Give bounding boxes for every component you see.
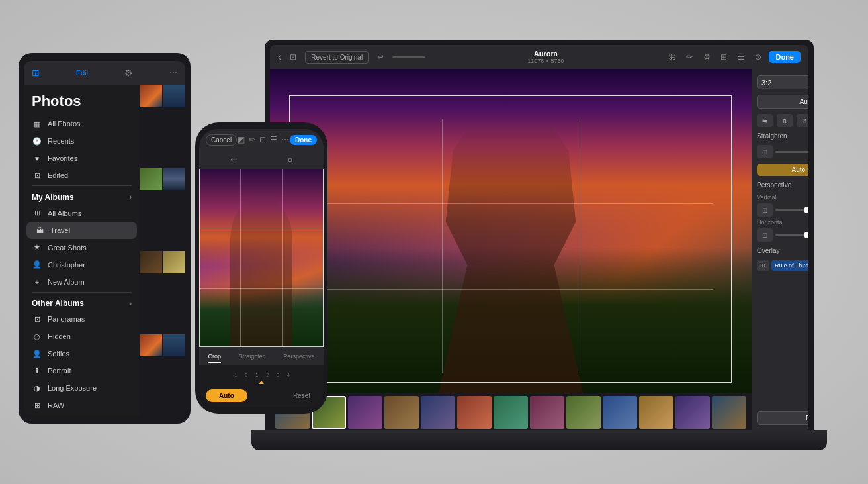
ipad-settings-icon[interactable]: ⚙ [124,68,133,78]
mac-done-button[interactable]: Done [769,51,801,63]
ipad-nav-travel[interactable]: 🏔 Travel [26,222,137,239]
ipad-nav-raw[interactable]: ⊞ RAW [24,397,140,414]
ipad-nav-recents[interactable]: 🕐 Recents [24,132,140,150]
mac-overlay-section: Overlay [757,247,808,254]
mac-markup-icon[interactable]: ✏ [683,50,696,64]
mac-grid-view-icon[interactable]: ⊞ [717,50,730,64]
filmstrip-item-13[interactable] [712,396,746,429]
mac-title-area: Aurora 11076 × 5760 [527,50,564,64]
iphone-auto-button[interactable]: Auto [206,389,247,402]
mac-flip-h-icon[interactable]: ⇆ [757,114,773,127]
ipad-nav-long-exposure[interactable]: ◑ Long Exposure [24,379,140,397]
iphone-toolbar: Cancel ◩ ✏ ⊡ ☰ ⋯ Done [199,129,324,150]
mac-reset-button[interactable]: Reset [757,411,808,425]
mac-horizontal-min-icon: ⊡ [757,228,773,242]
iphone-filter-icon[interactable]: ◩ [238,135,245,144]
filmstrip-item-6[interactable] [457,396,492,429]
iphone-tab-crop[interactable]: Crop [208,350,221,363]
iphone-cancel-button[interactable]: Cancel [206,134,237,146]
iphone-tab-straighten[interactable]: Straighten [239,350,266,362]
ipad-nav-all-albums[interactable]: ⊞ All Albums [24,205,140,222]
ipad-nav-hidden[interactable]: ◎ Hidden [24,328,140,345]
ipad-nav-edited[interactable]: ⊡ Edited [24,167,140,184]
mac-undo-icon[interactable]: ↩ [374,50,387,64]
iphone-tab-perspective[interactable]: Perspective [284,350,315,362]
filmstrip-item-4[interactable] [384,396,419,429]
mac-straighten-slider-row: ⊡ ⊞ [757,145,808,158]
filmstrip-item-8[interactable] [530,396,564,429]
ruler-label-0: 0 [245,373,247,377]
mac-flip-v-icon[interactable]: ⇅ [777,114,793,127]
ipad-portrait-label: Portrait [48,367,71,375]
mac-person [439,108,583,393]
iphone-code-icon[interactable]: ‹› [288,155,293,164]
mac-share-icon[interactable]: ⊙ [752,50,765,64]
iphone-crop-icon[interactable]: ⊡ [259,135,266,144]
mac-vertical-row: Vertical [757,194,808,201]
filmstrip-item-10[interactable] [603,396,637,429]
ipad-my-albums-chevron[interactable]: › [130,193,132,201]
mac-ratio-select[interactable]: 3:2 ▾ [757,75,808,89]
ipad-edit-button[interactable]: Edit [76,69,89,77]
filmstrip-item-9[interactable] [566,396,601,429]
ipad-sidebar-icon[interactable]: ⊞ [32,68,40,78]
ipad-photo-cell-3[interactable] [140,168,162,191]
ipad-nav-christopher[interactable]: 👤 Christopher [24,256,140,273]
iphone-undo-icon[interactable]: ↩ [230,155,237,164]
ipad-nav-favorites[interactable]: ♥ Favorites [24,150,140,167]
mac-overlay-select[interactable]: Rule of Thirds ▾ [771,260,808,271]
mac-auto-straighten-button[interactable]: Auto Straighten [757,164,808,176]
ipad-photo-cell-5[interactable] [140,251,162,273]
mac-extensions-icon[interactable]: ⚙ [700,50,713,64]
ipad-photo-cell-1[interactable] [140,85,162,107]
filmstrip-item-11[interactable] [639,396,673,429]
ipad-long-exposure-label: Long Exposure [48,384,97,392]
iphone-action-buttons: Auto Reset [199,384,324,407]
mac-horizontal-track[interactable] [775,234,808,236]
mac-overlay-icon: ⊞ [757,260,769,271]
ipad-photo-cell-8[interactable] [163,334,186,357]
ipad-nav-all-photos[interactable]: ▦ All Photos [24,115,140,132]
ipad-device: ⊞ Edit ⚙ ⋯ Photos ▦ All Photos 🕐 Recent [19,53,191,424]
ipad-photo-cell-2[interactable] [163,85,186,107]
mac-straighten-track[interactable] [775,151,808,153]
ipad-nav-panoramas[interactable]: ⊡ Panoramas [24,311,140,328]
ruler-label-4: 4 [287,373,290,377]
ipad-more-icon[interactable]: ⋯ [169,68,177,77]
mac-rotate-l-icon[interactable]: ↺ [797,114,808,127]
ipad-nav-new-album[interactable]: + New Album [24,273,140,291]
filmstrip-item-7[interactable] [494,396,528,429]
filmstrip-item-5[interactable] [421,396,455,429]
iphone-adjust-icon[interactable]: ☰ [270,135,277,144]
iphone-more-icon[interactable]: ⋯ [281,135,289,144]
ipad-photo-cell-6[interactable] [163,251,186,273]
mac-overlay-row: ⊞ Rule of Thirds ▾ [757,260,808,271]
mac-vertical-track[interactable] [775,209,808,211]
mac-revert-button[interactable]: Revert to Original [305,51,369,64]
iphone-reset-button[interactable]: Reset [286,389,317,402]
ipad-raw-icon: ⊞ [32,400,42,411]
mac-back-button[interactable]: ‹ [278,51,281,63]
mac-view-icon[interactable]: ⊡ [286,50,300,64]
iphone-markup-icon[interactable]: ✏ [249,135,255,144]
mac-photo-title: Aurora [534,50,558,58]
mac-list-view-icon[interactable]: ☰ [734,50,748,64]
filmstrip-item-3[interactable] [348,396,382,429]
mac-auto-crop-button[interactable]: Auto Crop [757,95,808,109]
mac-wand-icon[interactable]: ⌘ [666,50,679,64]
ipad-photo-cell-7[interactable] [140,334,162,357]
mac-photo-area [270,69,752,432]
filmstrip-item-12[interactable] [675,396,710,429]
ipad-great-shots-label: Great Shots [48,244,87,252]
mac-horizontal-thumb[interactable] [804,232,808,238]
mac-toolbar: ‹ ⊡ Revert to Original ↩ Aurora 11076 × … [270,45,808,69]
ipad-nav-selfies[interactable]: 👤 Selfies [24,345,140,362]
ipad-other-albums-chevron[interactable]: › [130,300,132,307]
ipad-photo-cell-4[interactable] [163,168,186,191]
mac-vertical-thumb[interactable] [804,207,808,213]
sidebar-divider-1 [32,185,132,186]
ipad-nav-portrait[interactable]: ℹ Portrait [24,362,140,379]
mac-photo-container [270,69,752,393]
iphone-done-button[interactable]: Done [290,135,317,145]
ipad-nav-great-shots[interactable]: ★ Great Shots [24,239,140,256]
